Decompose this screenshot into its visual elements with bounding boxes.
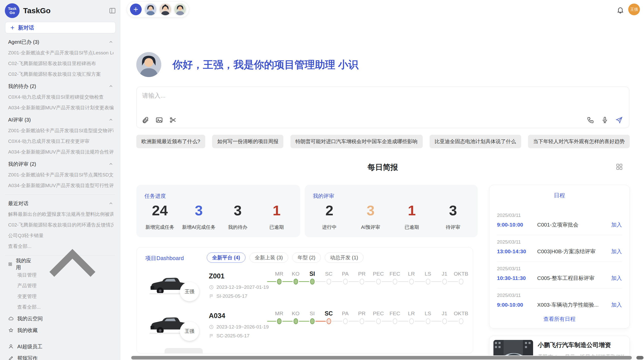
project-row[interactable]: 王强 Z001 2023-12-19~2027-01-19 SI-2025-05…	[137, 269, 473, 307]
my-cloud-space[interactable]: 我的云空间	[8, 315, 113, 322]
join-link[interactable]: 加入	[611, 221, 622, 228]
insert-image-button[interactable]	[155, 116, 163, 124]
dashboard-tab[interactable]: 全新平台 (4)	[207, 252, 245, 263]
section-label: Agent已办 (3)	[8, 39, 39, 46]
milestone-label: PR	[354, 270, 370, 277]
milestone-node	[442, 318, 447, 324]
pencil-icon	[8, 355, 14, 360]
quick-toolbar: #a1 .hair{fill:#2a2f3a}	[127, 1, 189, 18]
milestone-label: LR	[403, 310, 420, 317]
section-label: AI评审 (3)	[8, 116, 31, 123]
app-logo: Task Go	[5, 3, 20, 18]
new-chat-label: 新对话	[18, 24, 34, 31]
sidebar-item[interactable]: A034-全新新能源MUV产品开发项目造型可行性评审	[8, 182, 113, 189]
agent-avatar-1[interactable]: #a1 .hair{fill:#2a2f3a}	[145, 4, 156, 15]
user-avatar[interactable]: 王强	[628, 4, 640, 15]
new-chat-button[interactable]: 新对话	[5, 22, 116, 33]
project-row[interactable]: 王强 A034 2023-12-19~2026-01-19 SC-2025-05…	[137, 308, 473, 347]
screenshot-button[interactable]	[169, 116, 177, 124]
milestone-label: LS	[420, 270, 436, 277]
event-time: 9:00-10:00	[497, 222, 537, 228]
milestone-label: PR	[354, 310, 370, 317]
milestone-label: SI	[304, 270, 320, 277]
sidebar-section-header[interactable]: 我的待办 (2)	[8, 83, 113, 90]
milestone-node	[393, 279, 397, 284]
suggestion-chip[interactable]: 当下年轻人对汽车外观有怎样的喜好趋势	[528, 135, 630, 148]
sidebar-item[interactable]: A034-全新新能源MUV产品开发项目法规符合性评审	[8, 149, 113, 155]
milestone-node	[426, 318, 430, 324]
recent-chat-item[interactable]: 解释最新出台的欧盟报废车法规再生塑料比例被调至15%...	[8, 211, 113, 218]
my-favorites-label: 我的收藏	[17, 327, 38, 334]
stat: 2进行中	[309, 201, 350, 231]
stat-value: 1	[391, 201, 432, 220]
milestone-node	[343, 279, 348, 284]
image-icon	[155, 116, 163, 124]
recent-chats-header[interactable]: 最近对话	[8, 200, 113, 207]
ai-super-employee-label: AI超级员工	[17, 343, 42, 350]
suggestion-chip[interactable]: 如何写一份清晰的项目周报	[212, 135, 283, 148]
scrollbar-corner[interactable]	[636, 356, 643, 359]
dashboard-tab[interactable]: 动总开发 (1)	[325, 252, 363, 263]
event-time: 10:30-11:30	[497, 275, 537, 281]
schedule-card: 日程 2025/03/119:00-10:00C001-立项审批会加入2025/…	[489, 185, 630, 328]
suggestion-chip[interactable]: 特朗普可能对进口汽车增税会对中国车企造成哪些影响	[290, 135, 423, 148]
sidebar-item[interactable]: Z001-全新燃油轻卡产品开发项目SI造型提交物评审	[8, 127, 113, 134]
send-button[interactable]	[615, 116, 623, 124]
milestones-0: MRKOSISCPAPRPECFECLRLSJ1OKTB	[271, 270, 469, 291]
sidebar-item[interactable]: A034-全新新能源MUV产品开发项目计划变更表编写	[8, 104, 113, 111]
notification-bell-icon[interactable]	[617, 6, 624, 14]
stat-label: 新增完成任务	[140, 224, 179, 231]
ai-super-employee[interactable]: AI超级员工	[8, 343, 113, 350]
agent-avatar-3[interactable]	[174, 4, 186, 15]
agent-avatar-2[interactable]	[159, 4, 171, 15]
scrollbar-thumb[interactable]	[131, 356, 632, 359]
sidebar-item[interactable]: Z001-全新燃油皮卡产品开发项目SI节点Lesson Learn报告	[8, 50, 113, 56]
sidebar-item[interactable]: C0X4-动力总成开发项目工程变更评审	[8, 138, 113, 145]
microphone-button[interactable]	[601, 116, 609, 124]
project-flag: SI-2025-05-17	[216, 293, 247, 299]
sidebar-item[interactable]: Z001-全新燃油轻卡产品开发项目SI节点属性5D文件评审	[8, 172, 113, 178]
dashboard-tabs: 全新平台 (4)全新上装 (3)年型 (2)动总开发 (1)	[207, 252, 363, 263]
attach-file-button[interactable]	[142, 116, 149, 124]
milestone-node	[426, 279, 430, 284]
stat-label: 进行中	[309, 224, 350, 231]
sidebar-section-header[interactable]: AI评审 (3)	[8, 116, 113, 123]
paperclip-icon	[142, 116, 149, 124]
schedule-event: 2025/03/1110:30-11:30C005-整车工程目标评审加入	[497, 262, 622, 284]
join-link[interactable]: 加入	[611, 275, 622, 282]
milestone-node	[459, 279, 463, 284]
milestone-label: OKTB	[453, 310, 469, 317]
add-agent-button[interactable]	[130, 4, 142, 15]
schedule-events: 2025/03/119:00-10:00C001-立项审批会加入2025/03/…	[489, 208, 630, 310]
chevron-up-icon	[108, 161, 113, 167]
help-me-write[interactable]: 帮我写作	[8, 355, 113, 360]
sidebar-section-header[interactable]: 我的评审 (2)	[8, 160, 113, 168]
my-favorites[interactable]: 我的收藏	[8, 327, 113, 334]
horizontal-scrollbar[interactable]	[131, 355, 639, 360]
suggestion-chip[interactable]: 欧洲新规最近颁布了什么?	[136, 135, 205, 148]
stat-label: 新增AI完成任务	[179, 224, 218, 231]
layout-grid-icon[interactable]	[616, 163, 623, 171]
milestone-label: SC	[320, 310, 337, 317]
dashboard-tab[interactable]: 年型 (2)	[292, 252, 321, 263]
sidebar-item[interactable]: C0X4-动力总成开发项目SI里程碑提交物检查	[8, 94, 113, 100]
suggestion-chip[interactable]: 比亚迪全固态电池计划具体说了什么	[430, 135, 521, 148]
sidebar-item[interactable]: C02-飞腾新能源轻客改款项目里程碑画布	[8, 60, 113, 67]
milestone-node	[327, 279, 331, 284]
sidebar-item[interactable]: C02-飞腾新能源轻客改款项目立项汇报方案	[8, 71, 113, 78]
voice-call-button[interactable]	[587, 116, 594, 124]
view-all-schedule-link[interactable]: 查看所有日程	[489, 316, 630, 323]
project-name: A034	[209, 312, 272, 320]
join-link[interactable]: 加入	[611, 248, 622, 255]
chat-input[interactable]	[142, 92, 549, 107]
milestone-label: PEC	[370, 270, 387, 277]
stat-value: 3	[218, 201, 257, 220]
my-apps-header[interactable]: 我的应用	[8, 261, 113, 268]
join-link[interactable]: 加入	[611, 301, 622, 308]
stat: 3AI预评审	[350, 201, 391, 231]
stat-label: 已逾期	[391, 224, 432, 231]
star-icon	[8, 327, 14, 333]
sidebar-collapse-icon[interactable]	[109, 7, 116, 14]
dashboard-tab[interactable]: 全新上装 (3)	[250, 252, 288, 263]
sidebar-section-header[interactable]: Agent已办 (3)	[8, 38, 113, 46]
